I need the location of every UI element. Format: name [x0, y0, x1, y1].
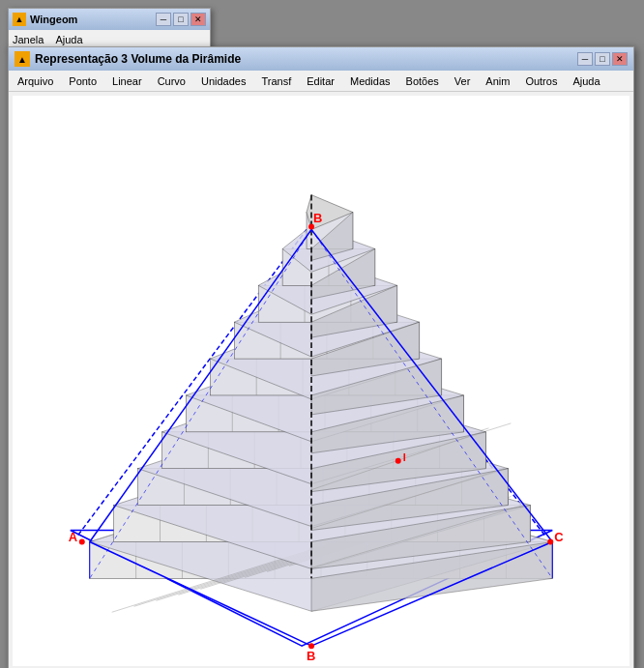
- main-minimize-button[interactable]: ─: [577, 52, 593, 66]
- main-titlebar-left: ▲ Representação 3 Volume da Pirâmide: [15, 51, 241, 67]
- main-window-title: Representação 3 Volume da Pirâmide: [35, 52, 241, 66]
- menu-ajuda-main[interactable]: Ajuda: [570, 74, 602, 88]
- menu-botoes[interactable]: Botões: [403, 74, 442, 88]
- main-window: ▲ Representação 3 Volume da Pirâmide ─ □…: [8, 46, 634, 668]
- menu-unidades[interactable]: Unidades: [198, 74, 249, 88]
- outer-window: ▲ Wingeom ─ □ ✕ Janela Ajuda: [8, 8, 211, 50]
- menu-ver[interactable]: Ver: [452, 74, 474, 88]
- menu-editar[interactable]: Editar: [304, 74, 337, 88]
- main-menubar: Arquivo Ponto Linear Curvo Unidades Tran…: [9, 71, 633, 92]
- svg-point-113: [547, 538, 553, 544]
- outer-window-title: Wingeom: [30, 14, 77, 25]
- outer-titlebar: ▲ Wingeom ─ □ ✕: [9, 9, 210, 30]
- main-app-icon: ▲: [15, 51, 30, 67]
- menu-linear[interactable]: Linear: [109, 74, 145, 88]
- label-b-bottom: B: [307, 649, 315, 663]
- main-titlebar: ▲ Representação 3 Volume da Pirâmide ─ □…: [9, 47, 633, 71]
- outer-close-button[interactable]: ✕: [190, 13, 206, 26]
- outer-titlebar-left: ▲ Wingeom: [13, 13, 77, 26]
- pyramid-visualization: B A C B I: [13, 96, 629, 666]
- menu-anim[interactable]: Anim: [483, 74, 512, 88]
- main-content: B A C B I: [13, 96, 629, 666]
- svg-point-115: [395, 458, 401, 464]
- main-titlebar-controls[interactable]: ─ □ ✕: [577, 52, 628, 66]
- main-maximize-button[interactable]: □: [595, 52, 610, 66]
- label-a: A: [69, 530, 77, 544]
- main-close-button[interactable]: ✕: [612, 52, 628, 66]
- menu-ponto[interactable]: Ponto: [66, 74, 100, 88]
- label-c: C: [554, 530, 563, 544]
- outer-maximize-button[interactable]: □: [173, 13, 189, 26]
- menu-ajuda-outer[interactable]: Ajuda: [55, 34, 82, 45]
- label-b-top: B: [313, 211, 322, 225]
- menu-arquivo[interactable]: Arquivo: [15, 74, 56, 88]
- menu-transf[interactable]: Transf: [258, 74, 294, 88]
- menu-janela[interactable]: Janela: [13, 34, 44, 45]
- menu-outros[interactable]: Outros: [522, 74, 560, 88]
- menu-curvo[interactable]: Curvo: [155, 74, 189, 88]
- outer-app-icon: ▲: [13, 13, 26, 26]
- pyramid-svg: B A C B I: [13, 96, 629, 666]
- outer-titlebar-controls[interactable]: ─ □ ✕: [156, 13, 206, 26]
- outer-minimize-button[interactable]: ─: [156, 13, 171, 26]
- menu-medidas[interactable]: Medidas: [347, 74, 394, 88]
- svg-point-112: [79, 538, 85, 544]
- label-i: I: [403, 451, 406, 463]
